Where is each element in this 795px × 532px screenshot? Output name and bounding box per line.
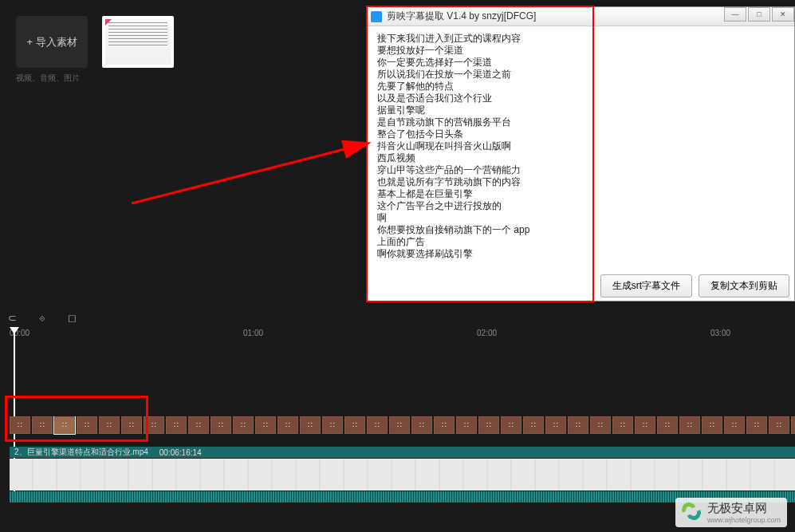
subtitle-clip[interactable]: ∷: [501, 416, 521, 434]
subtitle-line: 先要了解他的特点: [377, 81, 785, 93]
import-media-button[interactable]: + 导入素材: [16, 16, 88, 68]
clip-duration: 00:06:16:14: [159, 448, 202, 457]
subtitle-clip[interactable]: ∷: [344, 416, 365, 434]
subtitle-line: 抖音火山啊现在叫抖音火山版啊: [377, 140, 785, 152]
subtitle-line: 是自节跳动旗下的营销服务平台: [377, 116, 785, 128]
subtitle-line: 接下来我们进入到正式的课程内容: [377, 33, 785, 45]
subtitle-clip[interactable]: ∷: [32, 416, 53, 434]
media-thumbnail[interactable]: [102, 16, 174, 68]
subtitle-line: 西瓜视频: [377, 152, 785, 164]
watermark: 无极安卓网 www.wjhotelgroup.com: [675, 498, 787, 527]
subtitle-clip[interactable]: ∷: [702, 416, 722, 434]
video-clip-label: 2、巨量引擎渠道特点和适合行业.mp4 00:06:16:14: [10, 447, 795, 458]
subtitle-clip[interactable]: ∷: [411, 416, 432, 434]
undo-icon[interactable]: ⊂: [8, 312, 17, 324]
subtitle-line: 穿山甲等这些产品的一个营销能力: [377, 164, 785, 176]
subtitle-clip[interactable]: ∷: [54, 416, 75, 434]
subtitle-clip[interactable]: ∷: [277, 416, 298, 434]
dialog-titlebar[interactable]: 剪映字幕提取 V1.4 by snzyj[DFCG] — □ ✕: [368, 7, 794, 26]
app-icon: [371, 11, 382, 22]
subtitle-line: 也就是说所有字节跳动旗下的内容: [377, 176, 785, 188]
subtitle-clip[interactable]: ∷: [166, 416, 187, 434]
video-track[interactable]: [10, 459, 795, 491]
subtitle-clip[interactable]: ∷: [657, 416, 678, 434]
subtitle-text-area[interactable]: 接下来我们进入到正式的课程内容要想投放好一个渠道你一定要先选择好一个渠道所以说我…: [368, 26, 794, 275]
subtitle-clip[interactable]: ∷: [746, 416, 767, 434]
subtitle-clip[interactable]: ∷: [300, 416, 321, 434]
subtitle-line: 要想投放好一个渠道: [377, 45, 785, 57]
split-icon[interactable]: ⟐: [39, 312, 45, 324]
subtitle-line: 你一定要先选择好一个渠道: [377, 57, 785, 69]
subtitle-clip[interactable]: ∷: [434, 416, 455, 434]
subtitle-line: 这个广告平台之中进行投放的: [377, 200, 785, 212]
subtitle-clip[interactable]: ∷: [389, 416, 410, 434]
ruler-tick: 01:00: [243, 329, 263, 337]
subtitle-line: 啊: [377, 212, 785, 224]
timeline-toolbar: ⊂ ⟐ ◻: [0, 308, 795, 327]
subtitle-clip[interactable]: ∷: [568, 416, 588, 434]
maximize-button[interactable]: □: [748, 7, 770, 22]
close-button[interactable]: ✕: [772, 7, 794, 22]
subtitle-clip[interactable]: ∷: [769, 416, 789, 434]
subtitle-clip[interactable]: ∷: [523, 416, 544, 434]
watermark-logo-icon: [682, 502, 703, 523]
subtitle-line: 据量引擎呢: [377, 104, 785, 116]
ruler-tick: 03:00: [710, 329, 730, 337]
subtitle-line: 你想要投放自接销动旗下的一个 app: [377, 224, 785, 236]
subtitle-clip[interactable]: ∷: [144, 416, 164, 434]
subtitle-clip[interactable]: ∷: [635, 416, 655, 434]
subtitle-clip[interactable]: ∷: [211, 416, 231, 434]
subtitle-clip[interactable]: ∷: [322, 416, 343, 434]
subtitle-line: 整合了包括今日头条: [377, 128, 785, 140]
clip-filename: 2、巨量引擎渠道特点和适合行业.mp4: [14, 447, 148, 458]
subtitle-extract-dialog: 剪映字幕提取 V1.4 by snzyj[DFCG] — □ ✕ 接下来我们进入…: [367, 6, 795, 301]
subtitle-clip[interactable]: ∷: [188, 416, 209, 434]
crop-icon[interactable]: ◻: [68, 312, 77, 324]
watermark-name: 无极安卓网: [707, 501, 781, 516]
subtitle-clip[interactable]: ∷: [255, 416, 276, 434]
import-subtext: 视频、音频、图片: [16, 73, 88, 84]
ruler-tick: 02:00: [477, 329, 497, 337]
import-label: + 导入素材: [26, 35, 77, 49]
subtitle-clip[interactable]: ∷: [724, 416, 745, 434]
subtitle-clip[interactable]: ∷: [233, 416, 254, 434]
minimize-button[interactable]: —: [724, 7, 746, 22]
subtitle-line: 以及是否适合我们这个行业: [377, 93, 785, 104]
subtitle-clip[interactable]: ∷: [612, 416, 633, 434]
subtitle-clip[interactable]: ∷: [545, 416, 566, 434]
subtitle-line: 上面的广告: [377, 236, 785, 248]
copy-text-button[interactable]: 复制文本到剪贴: [699, 274, 789, 298]
subtitle-clip[interactable]: ∷: [791, 416, 795, 434]
subtitle-clip[interactable]: ∷: [10, 416, 30, 434]
watermark-url: www.wjhotelgroup.com: [707, 516, 781, 524]
subtitle-line: 基本上都是在巨量引擎: [377, 188, 785, 200]
generate-srt-button[interactable]: 生成srt字幕文件: [600, 274, 692, 298]
timeline-ruler[interactable]: 00:00 01:00 02:00 03:00: [0, 327, 795, 341]
subtitle-line: 啊你就要选择刷战引擎: [377, 248, 785, 260]
subtitle-clip[interactable]: ∷: [590, 416, 611, 434]
subtitle-clip[interactable]: ∷: [99, 416, 120, 434]
dialog-title: 剪映字幕提取 V1.4 by snzyj[DFCG]: [387, 10, 536, 23]
subtitle-clip[interactable]: ∷: [367, 416, 388, 434]
subtitle-clip[interactable]: ∷: [478, 416, 499, 434]
subtitle-clip[interactable]: ∷: [456, 416, 477, 434]
subtitle-clip[interactable]: ∷: [121, 416, 142, 434]
subtitle-clip[interactable]: ∷: [77, 416, 97, 434]
subtitle-line: 所以说我们在投放一个渠道之前: [377, 69, 785, 81]
subtitle-clip[interactable]: ∷: [679, 416, 700, 434]
subtitle-track[interactable]: ∷∷∷∷∷∷∷∷∷∷∷∷∷∷∷∷∷∷∷∷∷∷∷∷∷∷∷∷∷∷∷∷∷∷∷∷: [10, 416, 795, 440]
media-panel: + 导入素材 视频、音频、图片: [0, 0, 367, 303]
